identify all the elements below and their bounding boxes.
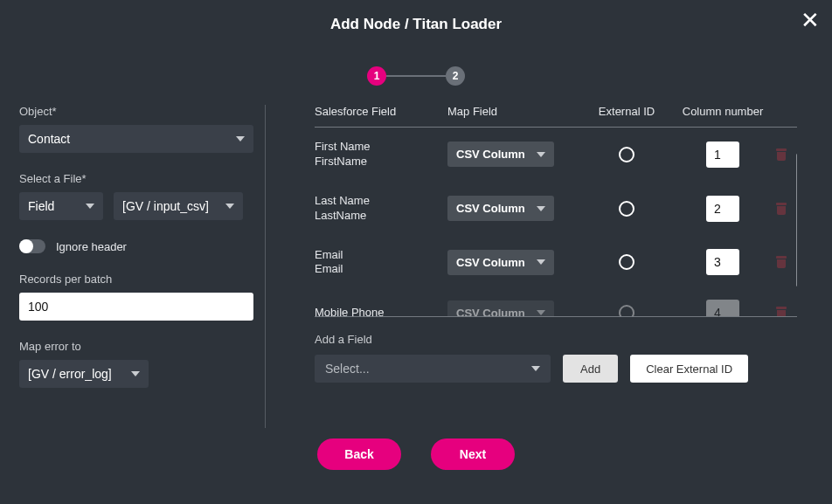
header-map: Map Field	[447, 105, 579, 118]
close-icon[interactable]: ✕	[801, 9, 820, 31]
sf-api: FirstName	[315, 155, 447, 169]
trash-icon[interactable]	[776, 148, 787, 161]
trash-icon[interactable]	[776, 307, 787, 317]
step-1[interactable]: 1	[367, 66, 386, 86]
chevron-down-icon	[86, 204, 94, 209]
records-label: Records per batch	[19, 273, 249, 286]
column-number-input[interactable]	[706, 300, 739, 317]
external-id-radio[interactable]	[619, 305, 634, 317]
chevron-down-icon	[537, 206, 545, 211]
table-row: First Name FirstName CSV Column	[315, 128, 797, 182]
clear-external-id-button[interactable]: Clear External ID	[630, 355, 748, 383]
table-row: Email Email CSV Column	[315, 236, 797, 290]
map-field-value: CSV Column	[456, 202, 525, 215]
sf-label: First Name	[315, 140, 447, 155]
chevron-down-icon	[537, 259, 545, 265]
column-number-input[interactable]	[706, 142, 739, 168]
file-label: Select a File*	[19, 172, 249, 185]
chevron-down-icon	[225, 204, 234, 209]
add-field-label: Add a Field	[315, 333, 797, 346]
object-label: Object*	[19, 105, 249, 118]
left-panel: Object* Contact Select a File* Field [GV…	[0, 105, 266, 428]
scrollbar[interactable]	[796, 154, 797, 287]
chevron-down-icon	[537, 152, 545, 157]
right-panel: Salesforce Field Map Field External ID C…	[266, 105, 832, 428]
toggle-knob	[19, 239, 33, 253]
table-row: Mobile Phone CSV Column	[315, 289, 797, 317]
sf-label: Last Name	[315, 194, 447, 209]
trash-icon[interactable]	[776, 256, 787, 268]
chevron-down-icon	[531, 366, 540, 371]
object-value: Contact	[28, 132, 70, 146]
column-number-input[interactable]	[706, 196, 739, 222]
file-value: [GV / input_csv]	[122, 199, 209, 213]
back-button[interactable]: Back	[317, 438, 401, 470]
records-input[interactable]	[19, 293, 253, 321]
table-row: Last Name LastName CSV Column	[315, 182, 797, 236]
sf-label: Email	[315, 248, 447, 263]
step-2[interactable]: 2	[446, 66, 465, 86]
external-id-radio[interactable]	[619, 254, 634, 270]
add-field-placeholder: Select...	[325, 362, 370, 376]
header-external: External ID	[579, 105, 675, 118]
map-error-value: [GV / error_log]	[28, 367, 112, 381]
map-field-value: CSV Column	[456, 148, 525, 161]
footer: Back Next	[0, 438, 832, 470]
header-salesforce: Salesforce Field	[315, 105, 447, 118]
modal-title: Add Node / Titan Loader	[0, 0, 832, 33]
sf-api: LastName	[315, 209, 447, 224]
stepper: 1 2	[0, 66, 832, 86]
trash-icon[interactable]	[776, 203, 787, 215]
add-field-select[interactable]: Select...	[315, 355, 551, 383]
mapping-rows: First Name FirstName CSV Column Last Nam…	[315, 127, 797, 317]
sf-api: Email	[315, 262, 447, 277]
step-line	[386, 75, 446, 77]
chevron-down-icon	[131, 371, 140, 376]
file-type-select[interactable]: Field	[19, 192, 103, 220]
file-value-select[interactable]: [GV / input_csv]	[114, 192, 243, 220]
table-header: Salesforce Field Map Field External ID C…	[315, 105, 797, 127]
map-field-select[interactable]: CSV Column	[447, 196, 554, 221]
add-button[interactable]: Add	[563, 355, 618, 383]
object-select[interactable]: Contact	[19, 125, 253, 153]
map-error-select[interactable]: [GV / error_log]	[19, 360, 149, 388]
map-field-select[interactable]: CSV Column	[447, 142, 554, 167]
map-error-label: Map error to	[19, 340, 249, 353]
external-id-radio[interactable]	[619, 147, 634, 162]
external-id-radio[interactable]	[619, 201, 634, 217]
column-number-input[interactable]	[706, 249, 739, 275]
chevron-down-icon	[236, 136, 245, 142]
map-field-value: CSV Column	[456, 256, 525, 269]
map-field-value: CSV Column	[456, 307, 525, 317]
chevron-down-icon	[537, 310, 545, 315]
header-column: Column number	[675, 105, 771, 118]
map-field-select[interactable]: CSV Column	[447, 250, 554, 275]
ignore-header-toggle[interactable]	[19, 239, 45, 253]
ignore-header-label: Ignore header	[56, 240, 127, 253]
sf-label: Mobile Phone	[315, 306, 447, 317]
map-field-select[interactable]: CSV Column	[447, 300, 554, 317]
file-type-value: Field	[28, 199, 54, 213]
next-button[interactable]: Next	[431, 438, 515, 470]
